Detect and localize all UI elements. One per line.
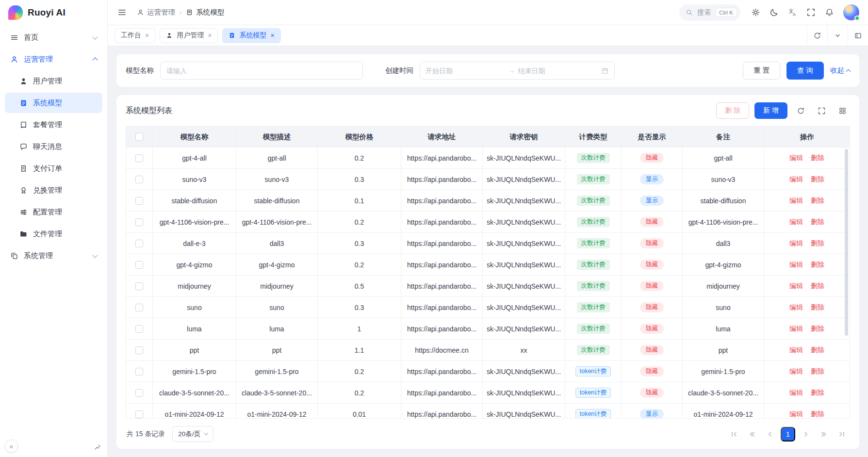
start-date-input[interactable]	[426, 67, 506, 75]
dark-mode-button[interactable]	[766, 4, 782, 21]
row-checkbox[interactable]	[135, 282, 143, 290]
last-page-button[interactable]	[835, 427, 849, 441]
app-logo[interactable]: Ruoyi AI	[0, 0, 107, 25]
delete-link[interactable]: 删除	[811, 154, 824, 163]
reset-button[interactable]: 重 置	[743, 62, 780, 80]
row-checkbox[interactable]	[135, 261, 143, 269]
language-button[interactable]: 文A	[784, 4, 801, 21]
visibility-badge: 显示	[640, 196, 664, 206]
end-date-input[interactable]	[518, 67, 599, 75]
row-checkbox[interactable]	[135, 240, 143, 247]
fullscreen-button[interactable]	[802, 4, 819, 21]
row-checkbox[interactable]	[135, 304, 143, 311]
edit-link[interactable]: 编辑	[789, 154, 803, 163]
sidebar-item-payment-orders[interactable]: 支付订单	[5, 158, 102, 179]
sidebar-item-file-management[interactable]: 文件管理	[5, 224, 102, 244]
row-checkbox[interactable]	[135, 389, 143, 397]
tab-system-model[interactable]: 系统模型 ×	[222, 28, 280, 43]
collapse-filter-link[interactable]: 收起	[830, 66, 850, 75]
collapse-sidebar-button[interactable]: «	[5, 440, 18, 453]
scrollbar-thumb[interactable]	[845, 149, 848, 336]
edit-link[interactable]: 编辑	[789, 282, 803, 291]
billing-type-tag: 次数计费	[577, 153, 610, 163]
sidebar-item-system-model[interactable]: 系统模型	[5, 93, 102, 113]
sidebar-item-home[interactable]: 首页	[5, 27, 102, 48]
close-icon[interactable]: ×	[208, 32, 212, 39]
table-scrollbar[interactable]	[845, 149, 848, 336]
refresh-table-button[interactable]	[793, 103, 808, 118]
edit-link[interactable]: 编辑	[789, 303, 803, 312]
forward-pages-button[interactable]	[817, 427, 831, 441]
row-checkbox[interactable]	[135, 154, 143, 162]
tab-options-button[interactable]	[827, 25, 848, 46]
settings-button[interactable]	[747, 4, 764, 21]
delete-link[interactable]: 删除	[811, 325, 824, 333]
pin-sidebar-button[interactable]	[94, 443, 101, 451]
hamburger-menu-button[interactable]	[114, 4, 130, 21]
add-button[interactable]: 新 增	[754, 102, 787, 119]
delete-link[interactable]: 删除	[811, 303, 824, 312]
select-all-checkbox[interactable]	[135, 133, 143, 141]
edit-link[interactable]: 编辑	[789, 239, 803, 248]
sidebar-item-package-management[interactable]: 套餐管理	[5, 114, 102, 135]
batch-delete-button[interactable]: 删 除	[716, 102, 749, 119]
page-size-select[interactable]: 20条/页	[172, 426, 213, 442]
edit-link[interactable]: 编辑	[789, 261, 803, 269]
pagination-controls: 1	[727, 427, 849, 441]
refresh-tab-button[interactable]	[807, 25, 827, 46]
row-checkbox[interactable]	[135, 368, 143, 375]
edit-link[interactable]: 编辑	[789, 346, 803, 355]
row-checkbox[interactable]	[135, 218, 143, 226]
close-icon[interactable]: ×	[145, 32, 149, 39]
column-settings-button[interactable]	[835, 103, 850, 118]
back-pages-button[interactable]	[745, 427, 759, 441]
edit-link[interactable]: 编辑	[789, 218, 803, 227]
edit-link[interactable]: 编辑	[789, 389, 803, 397]
row-checkbox[interactable]	[135, 346, 143, 354]
sidebar-item-operations[interactable]: 运营管理	[5, 49, 102, 69]
content-fullscreen-button[interactable]	[848, 25, 868, 46]
breadcrumb-system-model[interactable]: 系统模型	[186, 8, 224, 17]
edit-link[interactable]: 编辑	[789, 367, 803, 376]
sidebar-item-chat-messages[interactable]: 聊天消息	[5, 136, 102, 157]
edit-link[interactable]: 编辑	[789, 410, 803, 419]
delete-link[interactable]: 删除	[811, 239, 824, 248]
row-checkbox[interactable]	[135, 197, 143, 205]
refresh-icon	[797, 107, 805, 115]
delete-link[interactable]: 删除	[811, 346, 824, 355]
next-page-button[interactable]	[799, 427, 813, 441]
sidebar-item-user-management[interactable]: 用户管理	[5, 71, 102, 91]
tab-workbench[interactable]: 工作台 ×	[115, 28, 155, 43]
tab-user-management[interactable]: 用户管理 ×	[160, 28, 218, 43]
model-name-input[interactable]	[160, 62, 363, 80]
delete-link[interactable]: 删除	[811, 410, 824, 419]
delete-link[interactable]: 删除	[811, 175, 824, 184]
list-icon	[10, 33, 18, 42]
user-menu[interactable]	[843, 4, 859, 20]
delete-link[interactable]: 删除	[811, 389, 824, 397]
query-button[interactable]: 查 询	[786, 62, 824, 80]
delete-link[interactable]: 删除	[811, 196, 824, 205]
date-range-picker[interactable]: →	[420, 62, 615, 80]
edit-link[interactable]: 编辑	[789, 175, 803, 184]
sidebar-item-redeem-management[interactable]: 兑换管理	[5, 180, 102, 200]
row-checkbox[interactable]	[135, 410, 143, 418]
global-search-trigger[interactable]: 搜索 Ctrl K	[679, 4, 740, 21]
sidebar-item-config-management[interactable]: 配置管理	[5, 202, 102, 222]
notifications-button[interactable]	[821, 4, 837, 21]
delete-link[interactable]: 删除	[811, 282, 824, 291]
row-checkbox[interactable]	[135, 325, 143, 333]
breadcrumb-operations[interactable]: 运营管理	[137, 8, 175, 17]
edit-link[interactable]: 编辑	[789, 196, 803, 205]
delete-link[interactable]: 删除	[811, 367, 824, 376]
sidebar-item-system-management[interactable]: 系统管理	[5, 245, 102, 266]
page-number-1[interactable]: 1	[781, 427, 795, 441]
delete-link[interactable]: 删除	[811, 218, 824, 227]
delete-link[interactable]: 删除	[811, 261, 824, 269]
row-checkbox[interactable]	[135, 176, 143, 183]
first-page-button[interactable]	[727, 427, 741, 441]
table-fullscreen-button[interactable]	[814, 103, 829, 118]
close-icon[interactable]: ×	[270, 32, 274, 39]
prev-page-button[interactable]	[763, 427, 777, 441]
edit-link[interactable]: 编辑	[789, 325, 803, 333]
